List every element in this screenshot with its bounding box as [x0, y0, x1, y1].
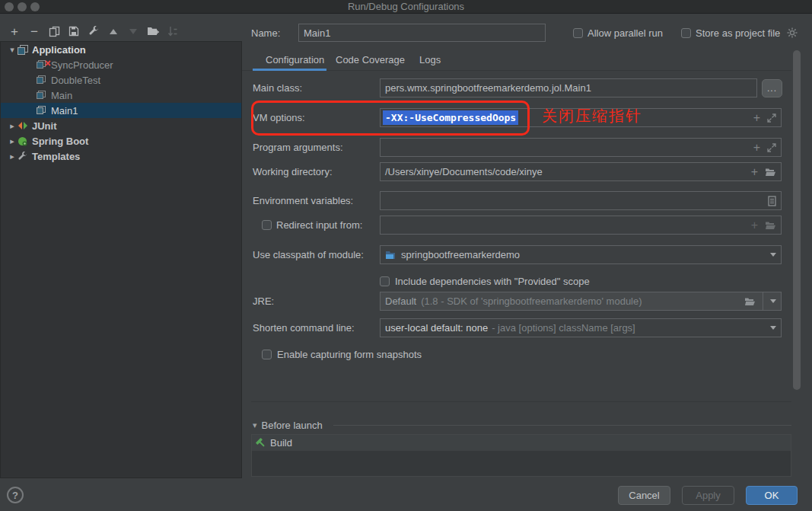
chevron-down-icon: ▾ [253, 420, 257, 430]
use-classpath-dropdown[interactable]: springbootfreemarkerdemo [380, 245, 782, 264]
save-configuration-button[interactable] [64, 21, 84, 41]
spring-boot-icon [18, 136, 29, 146]
save-icon [68, 26, 79, 37]
expand-icon[interactable] [767, 113, 776, 123]
store-as-project-file-checkbox[interactable]: Store as project file [681, 24, 798, 42]
working-directory-label: Working directory: [253, 162, 333, 181]
chevron-down-icon[interactable]: ▾ [7, 45, 18, 55]
move-up-button[interactable] [103, 21, 123, 41]
jre-label: JRE: [253, 292, 274, 311]
shorten-command-line-dropdown[interactable]: user-local default: none - java [options… [380, 318, 782, 337]
use-classpath-label: Use classpath of module: [253, 245, 364, 264]
ok-button[interactable]: OK [746, 486, 798, 505]
before-launch-divider [333, 425, 791, 426]
question-icon: ? [12, 490, 18, 501]
environment-variables-input[interactable] [380, 191, 782, 210]
main-class-browse-button[interactable]: ... [762, 79, 782, 97]
copy-configuration-button[interactable] [44, 21, 64, 41]
move-up-icon [110, 29, 117, 34]
tree-item-main[interactable]: Main [1, 88, 241, 103]
form-snapshots-checkbox[interactable]: Enable capturing form snapshots [262, 345, 422, 364]
form-snapshots-label: Enable capturing form snapshots [277, 349, 422, 360]
main-class-input[interactable]: pers.wmx.springbootfreemarkerdemo.jol.Ma… [380, 78, 757, 97]
move-down-button[interactable] [123, 21, 143, 41]
folder-icon[interactable] [765, 168, 776, 177]
chevron-down-icon[interactable] [770, 299, 776, 303]
folder-icon[interactable] [744, 297, 756, 306]
window-title: Run/Debug Configurations [0, 1, 812, 12]
sort-icon [167, 26, 178, 37]
tab-logs[interactable]: Logs [419, 54, 441, 65]
wrench-icon [18, 152, 29, 161]
vertical-scrollbar-thumb[interactable] [793, 50, 801, 390]
tree-item-label: Main [51, 90, 72, 101]
program-arguments-input[interactable]: + [380, 138, 782, 157]
add-configuration-button[interactable]: + [5, 21, 24, 41]
tree-item-main1-selected[interactable]: Main1 [1, 103, 241, 118]
include-provided-checkbox[interactable]: Include dependencies with "Provided" sco… [380, 272, 590, 291]
chevron-right-icon[interactable]: ▸ [7, 152, 18, 161]
redirect-input-checkbox[interactable]: Redirect input from: [262, 216, 362, 235]
redirect-input-field[interactable]: + [380, 216, 782, 235]
copy-icon [49, 26, 60, 37]
tab-configuration[interactable]: Configuration [266, 54, 324, 65]
application-icon [37, 106, 48, 116]
redirect-input-label: Redirect input from: [276, 219, 362, 231]
before-launch-list: Build [251, 434, 791, 477]
expand-icon[interactable] [767, 143, 776, 152]
chevron-down-icon[interactable] [770, 253, 776, 257]
tree-group-templates[interactable]: ▸ Templates [1, 149, 241, 164]
active-tab-underline [253, 69, 326, 71]
plus-icon[interactable]: + [753, 142, 760, 154]
chevron-right-icon[interactable]: ▸ [7, 121, 18, 131]
tree-item-doubletest[interactable]: DoubleTest [1, 72, 241, 88]
tree-item-label: Application [32, 44, 86, 56]
tab-code-coverage[interactable]: Code Coverage [336, 54, 405, 65]
list-icon[interactable] [768, 196, 776, 206]
use-classpath-value: springbootfreemarkerdemo [401, 249, 520, 260]
main-class-label: Main class: [253, 78, 302, 97]
tree-item-label: Main1 [51, 105, 78, 117]
configurations-tree: ▾ Application SyncProducer DoubleTest Ma… [0, 41, 242, 478]
apply-button[interactable]: Apply [682, 486, 734, 505]
add-icon: + [11, 25, 18, 38]
chevron-down-icon[interactable] [770, 326, 776, 330]
checkbox-icon [681, 28, 691, 38]
checkbox-icon [262, 220, 272, 230]
edit-templates-button[interactable] [84, 21, 103, 41]
junit-icon [18, 121, 29, 131]
plus-icon[interactable]: + [751, 166, 758, 178]
tree-item-label: SyncProducer [51, 59, 113, 71]
before-launch-header[interactable]: ▾ Before launch [253, 416, 323, 435]
working-directory-input[interactable]: /Users/xinye/Documents/code/xinye + [380, 162, 782, 181]
cancel-button[interactable]: Cancel [618, 486, 670, 505]
remove-configuration-button[interactable]: − [24, 21, 44, 41]
sort-button[interactable] [163, 21, 183, 41]
plus-icon[interactable]: + [753, 112, 760, 124]
before-launch-item-build[interactable]: Build [252, 435, 791, 451]
allow-parallel-run-checkbox[interactable]: Allow parallel run [573, 24, 663, 42]
configurations-toolbar: + − [5, 21, 183, 41]
tree-group-junit[interactable]: ▸ JUnit [1, 118, 241, 133]
tree-item-syncproducer[interactable]: SyncProducer [1, 57, 241, 72]
working-directory-value: /Users/xinye/Documents/code/xinye [385, 166, 543, 177]
program-arguments-label: Program arguments: [253, 138, 343, 157]
application-icon [37, 91, 48, 101]
jre-value: Default [385, 295, 416, 307]
chevron-right-icon[interactable]: ▸ [7, 136, 18, 146]
module-icon [385, 251, 396, 260]
application-invalid-icon [37, 60, 48, 70]
checkbox-icon [262, 350, 272, 359]
allow-parallel-run-label: Allow parallel run [588, 27, 663, 39]
tree-group-spring-boot[interactable]: ▸ Spring Boot [1, 133, 241, 149]
help-button[interactable]: ? [7, 487, 24, 503]
name-input[interactable]: Main1 [298, 24, 546, 42]
wrench-icon [88, 26, 99, 37]
shorten-detail: - java [options] className [args] [492, 322, 635, 334]
application-icon [18, 45, 29, 55]
jre-dropdown[interactable]: Default (1.8 - SDK of 'springbootfreemar… [380, 292, 782, 311]
gear-icon[interactable] [787, 27, 798, 38]
tree-group-application[interactable]: ▾ Application [1, 42, 241, 57]
new-folder-button[interactable] [143, 21, 163, 41]
title-bar: Run/Debug Configurations [0, 0, 812, 14]
